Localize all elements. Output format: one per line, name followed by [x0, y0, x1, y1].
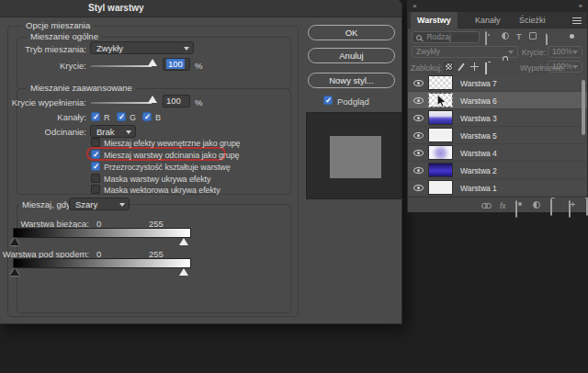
channel-g-checkbox[interactable]: [117, 112, 126, 121]
layer-row[interactable]: Warstwa 5: [408, 127, 587, 144]
chevron-down-icon: [572, 51, 578, 54]
fill-opacity-label: Krycie wypełnienia:: [0, 97, 86, 107]
layer-row[interactable]: Warstwa 1: [408, 179, 587, 197]
channel-b-label: B: [155, 113, 161, 122]
panel-blend-mode-dropdown[interactable]: Zwykły: [412, 46, 518, 58]
layer-thumbnail[interactable]: [428, 145, 453, 160]
filter-toggle-icon[interactable]: [570, 34, 574, 39]
transparency-shapes-layer-checkbox[interactable]: [91, 162, 100, 171]
layer-row[interactable]: Warstwa 6: [408, 92, 587, 109]
layer-thumbnail[interactable]: [428, 93, 453, 107]
collapse-panel-icon[interactable]: »: [579, 2, 582, 10]
current-layer-gradient-bar[interactable]: [13, 228, 191, 238]
blend-if-value: Szary: [75, 199, 97, 209]
channel-r-checkbox[interactable]: [91, 112, 100, 121]
lock-transparency-icon[interactable]: [445, 62, 453, 71]
tab-warstwy[interactable]: Warstwy: [411, 12, 458, 28]
chevron-down-icon: [572, 65, 578, 69]
opacity-slider-thumb[interactable]: [148, 59, 157, 66]
filter-kind-dropdown[interactable]: Rodzaj: [412, 31, 480, 43]
visibility-eye-icon[interactable]: [413, 185, 424, 191]
panel-header-bar: × »: [408, 1, 587, 12]
blend-interior-effects-label: Mieszaj efekty wewnętrzne jako grupę: [104, 139, 240, 148]
fill-opacity-value-field[interactable]: 100: [163, 95, 190, 107]
adjustment-filter-icon[interactable]: [502, 32, 509, 40]
chevron-down-icon: [184, 47, 189, 51]
adjustment-layer-icon[interactable]: [533, 201, 540, 209]
layer-thumbnail[interactable]: [428, 128, 453, 142]
panel-footer: fx: [408, 197, 587, 212]
shape-filter-icon[interactable]: [529, 32, 537, 40]
layer-row[interactable]: Warstwa 7: [408, 74, 587, 92]
fill-opacity-slider-track[interactable]: [91, 102, 152, 104]
layer-effects-icon[interactable]: fx: [500, 202, 506, 210]
visibility-eye-icon[interactable]: [413, 115, 424, 121]
opacity-value: 100: [166, 59, 185, 69]
panel-scrollbar[interactable]: [582, 80, 585, 135]
dialog-titlebar[interactable]: Styl warstwy: [0, 0, 401, 17]
opacity-slider-track[interactable]: [91, 65, 152, 67]
visibility-eye-icon[interactable]: [413, 167, 424, 174]
fill-opacity-percent: %: [195, 97, 202, 107]
layer-row[interactable]: Warstwa 2: [408, 162, 587, 179]
lock-row: Zablokuj: Wypełnienie: 100%: [408, 60, 587, 74]
visibility-eye-icon[interactable]: [413, 80, 424, 86]
knockout-dropdown[interactable]: Brak: [90, 125, 136, 138]
close-panel-icon[interactable]: ×: [413, 2, 417, 10]
channel-b-checkbox[interactable]: [142, 112, 152, 121]
ok-button[interactable]: OK: [308, 25, 395, 40]
dialog-title: Styl warstwy: [88, 3, 144, 13]
layer-thumbnail[interactable]: [428, 110, 453, 125]
panel-opacity-field[interactable]: 100%: [548, 46, 582, 58]
type-filter-icon[interactable]: T: [516, 33, 522, 41]
layer-row[interactable]: Warstwa 3: [408, 109, 587, 127]
panel-fill-field[interactable]: 100%: [548, 61, 582, 73]
layer-thumbnail[interactable]: [428, 163, 453, 177]
layer-style-dialog: Styl warstwy Opcje mieszania Mieszanie o…: [0, 0, 402, 324]
cancel-button[interactable]: Anuluj: [308, 48, 395, 63]
layer-name: Warstwa 4: [460, 149, 497, 158]
visibility-eye-icon[interactable]: [413, 150, 424, 156]
blend-mode-dropdown[interactable]: Zwykły: [90, 41, 194, 54]
layer-name: Warstwa 1: [460, 184, 497, 193]
lock-paint-icon[interactable]: [458, 62, 465, 71]
layer-name: Warstwa 7: [460, 79, 497, 88]
fill-opacity-value: 100: [166, 96, 181, 106]
channel-r-label: R: [104, 113, 109, 122]
underlying-layer-gradient-bar[interactable]: [13, 258, 191, 268]
transparency-shapes-layer-label: Przezroczystość kształtuje warstwę: [104, 163, 231, 172]
panel-menu-icon[interactable]: [572, 17, 582, 24]
visibility-eye-icon[interactable]: [413, 97, 424, 104]
tab-sciezki[interactable]: Ścieżki: [513, 12, 552, 28]
underlying-layer-black-slider[interactable]: [10, 268, 19, 276]
tab-kanaly[interactable]: Kanały: [469, 12, 507, 28]
add-mask-icon[interactable]: [515, 200, 517, 218]
layers-panel: × » Warstwy Kanały Ścieżki Rodzaj T Zwyk: [407, 0, 588, 212]
blend-mode-label: Tryb mieszania:: [0, 44, 86, 54]
opacity-value-field[interactable]: 100: [163, 58, 190, 71]
blend-interior-effects-checkbox[interactable]: [91, 138, 100, 147]
panel-fill-value: 100%: [552, 62, 572, 71]
style-preview-area: [306, 112, 401, 199]
opacity-label: Krycie:: [0, 61, 86, 71]
vector-mask-hides-effects-label: Maska wektorowa ukrywa efekty: [104, 186, 220, 195]
visibility-eye-icon[interactable]: [413, 132, 424, 139]
preview-checkbox[interactable]: [323, 96, 333, 105]
current-layer-white-slider[interactable]: [179, 238, 188, 245]
current-layer-black-slider[interactable]: [10, 238, 19, 245]
layer-name: Warstwa 2: [460, 166, 497, 175]
new-style-button[interactable]: Nowy styl...: [308, 73, 395, 88]
fill-opacity-slider-thumb[interactable]: [148, 96, 157, 103]
layer-row[interactable]: Warstwa 4: [408, 144, 587, 162]
blend-clipped-layers-checkbox[interactable]: [91, 150, 100, 159]
layer-thumbnail[interactable]: [428, 75, 453, 90]
blend-if-dropdown[interactable]: Szary: [69, 198, 130, 210]
layer-thumbnail[interactable]: [428, 180, 453, 195]
underlying-layer-white-slider[interactable]: [179, 268, 188, 276]
vector-mask-hides-effects-checkbox[interactable]: [91, 185, 100, 194]
layer-mask-hides-effects-checkbox[interactable]: [91, 174, 100, 183]
new-group-icon[interactable]: [550, 198, 552, 216]
photoshop-workspace: Styl warstwy Opcje mieszania Mieszanie o…: [0, 0, 588, 373]
general-blending-label: Mieszanie ogólne: [27, 31, 102, 41]
new-layer-icon[interactable]: [569, 200, 571, 218]
